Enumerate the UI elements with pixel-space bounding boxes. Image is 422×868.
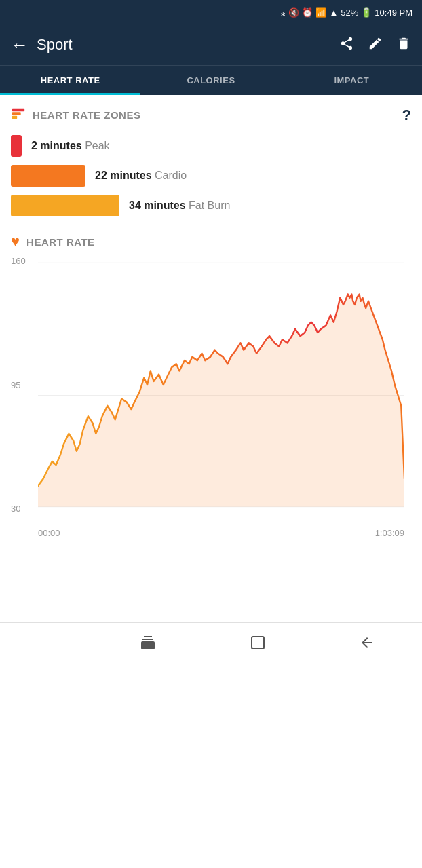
x-label-start: 00:00 <box>38 528 60 538</box>
header: ← Sport <box>0 24 422 65</box>
zone-peak-name: Peak <box>85 140 109 151</box>
zone-fatburn-minutes: 34 minutes <box>129 200 186 211</box>
tabs: HEART RATE CALORIES IMPACT <box>0 65 422 95</box>
zone-peak: 2 minutes Peak <box>11 135 411 157</box>
nav-recents-button[interactable] <box>140 635 156 655</box>
zone-peak-label: 2 minutes Peak <box>31 140 110 152</box>
signal-icon: ▲ <box>329 7 338 18</box>
nav-back-button[interactable] <box>359 635 375 655</box>
y-label-30: 30 <box>11 504 20 514</box>
svg-marker-6 <box>38 294 404 506</box>
svg-rect-0 <box>12 109 24 112</box>
hr-zones-list: 2 minutes Peak 22 minutes Cardio 34 minu… <box>11 135 411 216</box>
delete-button[interactable] <box>396 36 411 54</box>
heart-rate-chart: 160 95 30 <box>11 256 411 541</box>
header-actions <box>339 36 411 54</box>
y-label-95: 95 <box>11 380 20 390</box>
hr-chart-title: HEART RATE <box>26 236 95 248</box>
zone-fatburn-label: 34 minutes Fat Burn <box>129 200 230 212</box>
time: 10:49 PM <box>375 7 413 18</box>
chart-y-labels: 160 95 30 <box>11 256 38 514</box>
battery-icon: 🔋 <box>361 7 372 18</box>
zone-bar-fatburn <box>11 195 119 216</box>
x-label-end: 1:03:09 <box>375 528 404 538</box>
bottom-nav <box>0 622 422 666</box>
chart-x-labels: 00:00 1:03:09 <box>38 514 404 541</box>
zone-bar-peak <box>11 135 22 157</box>
battery-percent: 52% <box>341 7 358 18</box>
zone-fatburn: 34 minutes Fat Burn <box>11 195 411 216</box>
tab-impact[interactable]: IMPACT <box>282 66 422 95</box>
zone-cardio-name: Cardio <box>155 170 187 181</box>
page-title: Sport <box>37 36 339 54</box>
tab-heart-rate[interactable]: HEART RATE <box>0 66 140 95</box>
zones-section-title: HEART RATE ZONES <box>33 109 140 121</box>
zone-cardio: 22 minutes Cardio <box>11 165 411 187</box>
edit-button[interactable] <box>368 36 383 54</box>
alarm-icon: ⏰ <box>302 7 313 18</box>
zone-fatburn-name: Fat Burn <box>189 200 230 211</box>
svg-rect-7 <box>252 637 264 649</box>
status-bar: ⁎ 🔇 ⏰ 📶 ▲ 52% 🔋 10:49 PM <box>0 0 422 24</box>
y-label-160: 160 <box>11 256 26 266</box>
chart-svg-area <box>38 256 404 514</box>
nav-home-button[interactable] <box>250 635 266 655</box>
heart-icon: ♥ <box>11 233 20 250</box>
help-button[interactable]: ? <box>402 107 411 124</box>
svg-rect-2 <box>12 116 17 119</box>
zone-peak-minutes: 2 minutes <box>31 140 82 151</box>
zone-cardio-minutes: 22 minutes <box>95 170 152 181</box>
zones-title-group: HEART RATE ZONES <box>11 106 140 124</box>
hr-chart-header: ♥ HEART RATE <box>11 233 411 250</box>
bluetooth-icon: ⁎ <box>281 7 286 18</box>
tab-calories[interactable]: CALORIES <box>140 66 281 95</box>
spacer <box>11 541 411 622</box>
zones-icon <box>11 106 26 124</box>
svg-rect-1 <box>12 112 21 115</box>
mute-icon: 🔇 <box>288 7 299 18</box>
share-button[interactable] <box>339 36 354 54</box>
hr-chart-svg <box>38 256 404 514</box>
status-icons: ⁎ 🔇 ⏰ 📶 ▲ 52% 🔋 10:49 PM <box>281 7 413 18</box>
wifi-icon: 📶 <box>315 7 326 18</box>
zone-cardio-label: 22 minutes Cardio <box>95 170 187 182</box>
content-area: HEART RATE ZONES ? 2 minutes Peak 22 min… <box>0 95 422 622</box>
zones-section-header: HEART RATE ZONES ? <box>11 106 411 124</box>
back-button[interactable]: ← <box>11 35 28 56</box>
zone-bar-cardio <box>11 165 85 187</box>
